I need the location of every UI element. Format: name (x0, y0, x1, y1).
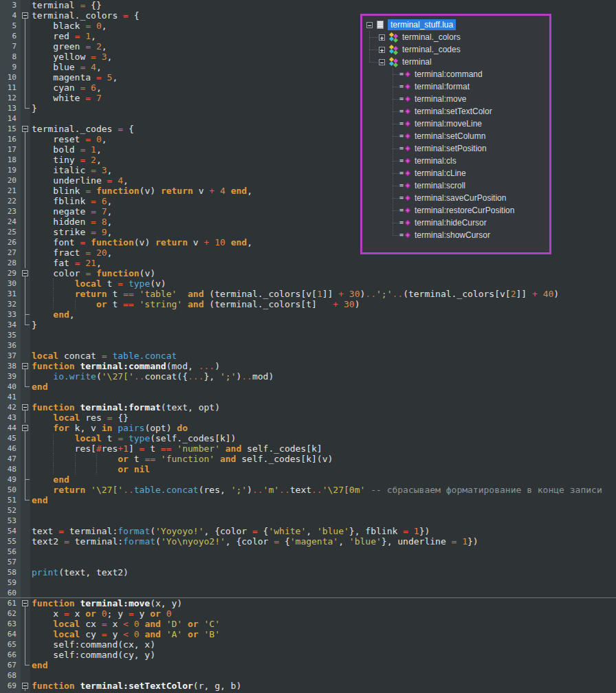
code-line[interactable]: 44 for k, v in pairs(opt) do (0, 423, 616, 433)
line-number: 35 (0, 330, 21, 340)
line-number: 21 (0, 186, 21, 196)
code-line[interactable]: 46 res[#res+1] = t == 'number' and self.… (0, 443, 616, 454)
code-line[interactable]: 33 end, (0, 309, 616, 320)
code-line[interactable]: 52 (0, 505, 616, 516)
code-token: < (123, 629, 129, 639)
fold-margin (21, 196, 30, 206)
code-line[interactable]: 67end (0, 660, 616, 670)
code-token: ]] (322, 289, 338, 299)
code-line[interactable]: 62 x = x or 0; y = y or 0 (0, 608, 616, 619)
line-number: 32 (0, 299, 21, 309)
tree-item[interactable]: +terminal._codes (365, 43, 548, 56)
code-token: , (96, 155, 102, 165)
code-token: x (107, 619, 123, 629)
code-line[interactable]: 53 (0, 516, 616, 526)
code-line[interactable]: 68 (0, 670, 616, 681)
fold-toggle-icon[interactable] (21, 681, 30, 691)
fold-margin (21, 371, 30, 382)
code-line[interactable]: 61function terminal:move(x, y) (0, 598, 616, 608)
code-line[interactable]: 40end (0, 382, 616, 392)
tree-item-label: terminal:scroll (415, 181, 465, 190)
code-line[interactable]: 58print(text, text2) (0, 567, 616, 578)
tree-item[interactable]: −terminal (365, 56, 548, 68)
code-token (129, 619, 134, 629)
code-line[interactable]: 56 (0, 547, 616, 557)
code-text: local t = type(v) (30, 278, 616, 289)
tree-item-label: terminal:moveLine (415, 119, 482, 129)
code-line[interactable]: 57 (0, 557, 616, 567)
fold-toggle-icon[interactable] (21, 598, 30, 608)
fold-toggle-icon[interactable] (21, 10, 30, 21)
fold-toggle-icon[interactable] (21, 124, 30, 134)
code-line[interactable]: 47 or t == 'function' and self._codes[k]… (0, 454, 616, 464)
fold-toggle-icon[interactable] (21, 361, 30, 371)
code-line[interactable]: 49 end (0, 474, 616, 485)
code-token: = (91, 217, 96, 227)
code-line[interactable]: 54text = terminal:format('Yoyoyo!', {col… (0, 526, 616, 536)
code-token: + (118, 443, 123, 454)
fold-margin (21, 485, 30, 495)
code-token: 0 (96, 134, 102, 144)
collapse-box-icon[interactable]: − (366, 22, 373, 28)
fold-toggle-icon[interactable] (21, 402, 30, 412)
collapse-box-icon[interactable]: − (379, 59, 385, 65)
code-token: .. (365, 289, 376, 299)
code-line[interactable]: 65 self:command(cx, x) (0, 639, 616, 650)
code-line[interactable]: 48 or nil (0, 464, 616, 474)
code-token: = (123, 10, 129, 21)
code-token: end (231, 237, 247, 248)
code-token: ) (355, 299, 360, 309)
code-token: (terminal._colors[t] (204, 299, 333, 309)
code-line[interactable]: 3terminal = {} (0, 0, 616, 10)
code-line[interactable]: 36 (0, 340, 616, 351)
code-text: end (30, 382, 616, 392)
code-line[interactable]: 50 return '\27['..table.concat(res, ';')… (0, 485, 616, 495)
expand-box-icon[interactable]: + (379, 34, 385, 41)
code-line[interactable]: 60 (0, 588, 616, 598)
code-token: end (32, 382, 47, 392)
code-token: (terminal._colors[v[ (204, 289, 317, 299)
code-token (91, 21, 96, 31)
fold-toggle-icon[interactable] (21, 423, 30, 433)
code-token: concat (58, 351, 102, 361)
tree-item[interactable]: +terminal._colors (365, 31, 548, 43)
indent-guide (53, 433, 54, 443)
tree-root-item[interactable]: −terminal_stuff.lua (365, 19, 548, 31)
code-line[interactable]: 31 return t == 'table' and (terminal._co… (0, 289, 616, 299)
code-editor[interactable]: 3terminal = {}4terminal._colors = {5 bla… (0, 0, 616, 693)
tree-item-label: terminal:setTextColor (415, 107, 492, 116)
code-line[interactable]: 64 local cy = y < 0 and 'A' or 'B' (0, 629, 616, 639)
code-line[interactable]: 32 or t == 'string' and (terminal._color… (0, 299, 616, 309)
code-token: (x, y) (150, 598, 182, 608)
code-line[interactable]: 51end (0, 495, 616, 505)
code-token: , (69, 309, 75, 320)
code-line[interactable]: 34} (0, 320, 616, 330)
code-line[interactable]: 43 local res = {} (0, 412, 616, 423)
code-token: local (53, 619, 80, 629)
code-line[interactable]: 42function terminal:format(text, opt) (0, 402, 616, 412)
code-line[interactable]: 59 (0, 578, 616, 588)
code-line[interactable]: 63 local cx = x < 0 and 'D' or 'C' (0, 619, 616, 629)
code-line[interactable]: 35 (0, 330, 616, 340)
code-line[interactable]: 41 (0, 392, 616, 402)
code-line[interactable]: 66 self:command(cy, y) (0, 650, 616, 660)
fold-margin (21, 505, 30, 516)
fold-toggle-icon[interactable] (21, 268, 30, 278)
function-icon: = (399, 182, 412, 189)
code-line[interactable]: 29 color = function(v) (0, 268, 616, 278)
code-token (96, 196, 102, 206)
code-line[interactable]: 39 io.write('\27['..concat({...}, ';')..… (0, 371, 616, 382)
code-line[interactable]: 38function terminal:command(mod, ...) (0, 361, 616, 371)
tree-connector-line (393, 136, 399, 137)
code-line[interactable]: 37local concat = table.concat (0, 351, 616, 361)
code-line[interactable]: 30 local t = type(v) (0, 278, 616, 289)
code-line[interactable]: 45 local t = type(self._codes[k]) (0, 433, 616, 443)
expand-box-icon[interactable]: + (379, 47, 385, 53)
code-line[interactable]: 69function terminal:setTextColor(r, g, b… (0, 681, 616, 691)
code-line[interactable]: 28 fat = 21, (0, 258, 616, 268)
symbol-tree[interactable]: −terminal_stuff.lua+terminal._colors+ter… (362, 16, 549, 252)
line-number: 14 (0, 113, 21, 124)
code-text (30, 330, 616, 340)
code-token: or (85, 608, 96, 619)
code-line[interactable]: 55text2 = terminal:format('Yo\nyoyo2!', … (0, 536, 616, 547)
